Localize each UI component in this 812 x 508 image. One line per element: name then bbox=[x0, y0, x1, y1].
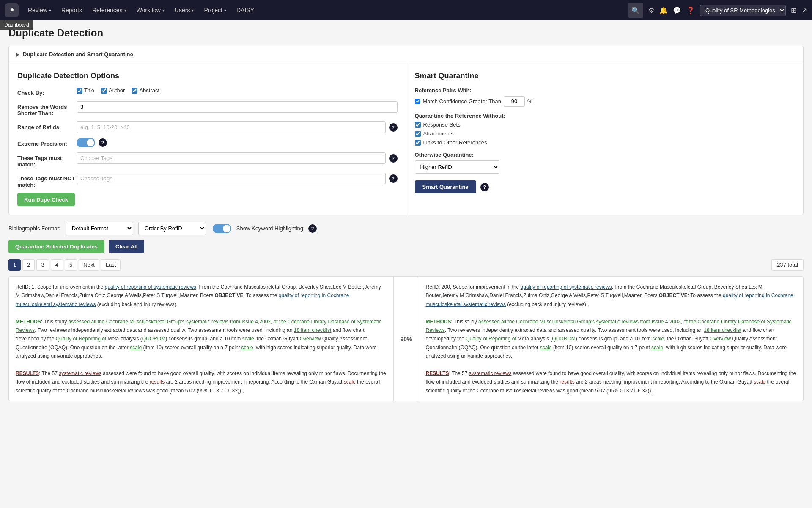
checkbox-abstract[interactable] bbox=[132, 88, 137, 94]
extreme-precision-label: Extreme Precision: bbox=[17, 138, 77, 147]
check-abstract[interactable]: Abstract bbox=[132, 87, 159, 94]
quarantine-selected-button[interactable]: Quarantine Selected Duplicates bbox=[8, 240, 104, 253]
tags-not-match-input[interactable] bbox=[77, 173, 386, 184]
smart-quarantine-help-icon[interactable]: ? bbox=[480, 183, 489, 191]
accordion-header[interactable]: ▶ Duplicate Detection and Smart Quaranti… bbox=[9, 46, 803, 63]
total-badge: 237 total bbox=[771, 259, 804, 271]
help-icon[interactable]: ❓ bbox=[686, 6, 695, 14]
keyword-help-icon[interactable]: ? bbox=[308, 224, 317, 233]
result-right: RefID: 200, Scope for improvement in the… bbox=[419, 277, 804, 401]
format-select[interactable]: Default Format bbox=[66, 222, 133, 235]
tags-match-label: These Tags must match: bbox=[17, 152, 77, 168]
checkbox-title[interactable] bbox=[77, 88, 82, 94]
check-by-group: Title Author Abstract bbox=[77, 87, 398, 94]
check-links[interactable]: Links to Other References bbox=[415, 139, 795, 146]
right-panel-title: Smart Quarantine bbox=[415, 72, 795, 80]
range-refids-control: ? bbox=[77, 121, 398, 133]
otherwise-select[interactable]: Higher RefID Lower RefID bbox=[415, 160, 499, 174]
references-caret: ▾ bbox=[124, 8, 126, 13]
page-3-button[interactable]: 3 bbox=[36, 259, 49, 271]
check-attachments[interactable]: Attachments bbox=[415, 130, 795, 137]
ref-pairs-row: Reference Pairs With: Match Confidence G… bbox=[415, 87, 795, 107]
checkbox-attachments[interactable] bbox=[415, 131, 421, 137]
layout-icon[interactable]: ⊞ bbox=[791, 6, 796, 14]
workflow-caret: ▾ bbox=[162, 8, 165, 13]
page-4-button[interactable]: 4 bbox=[51, 259, 63, 271]
nav-users[interactable]: Users ▾ bbox=[170, 4, 198, 16]
action-row: Quarantine Selected Duplicates Clear All bbox=[8, 240, 804, 253]
otherwise-label: Otherwise Quarantine: bbox=[415, 152, 795, 158]
right-panel: Smart Quarantine Reference Pairs With: M… bbox=[406, 63, 804, 215]
check-response-sets[interactable]: Response Sets bbox=[415, 121, 795, 128]
remove-words-control bbox=[77, 101, 398, 113]
checkbox-response-sets[interactable] bbox=[415, 122, 421, 128]
dashboard-tooltip: Dashboard bbox=[0, 20, 33, 30]
pagination: 1 2 3 4 5 Next Last bbox=[8, 259, 121, 271]
keyword-highlight-toggle[interactable] bbox=[213, 224, 231, 233]
confidence-row: Match Confidence Greater Than % bbox=[415, 96, 795, 107]
extreme-precision-toggle[interactable] bbox=[77, 138, 95, 147]
app-logo[interactable]: ✦ bbox=[5, 3, 19, 17]
page-next-button[interactable]: Next bbox=[79, 259, 99, 271]
accordion-section: ▶ Duplicate Detection and Smart Quaranti… bbox=[8, 46, 804, 215]
quarantine-without-row: Quarantine the Reference Without: Respon… bbox=[415, 113, 795, 146]
page-2-button[interactable]: 2 bbox=[22, 259, 35, 271]
settings-icon[interactable]: ⚙ bbox=[648, 6, 654, 14]
messages-icon[interactable]: 💬 bbox=[673, 6, 681, 14]
right-ref-text: RefID: 200, Scope for improvement in the… bbox=[426, 283, 797, 395]
page-1-button[interactable]: 1 bbox=[8, 259, 21, 271]
nav-daisy[interactable]: DAISY bbox=[232, 4, 258, 16]
format-label: Bibliographic Format: bbox=[8, 225, 60, 232]
tags-not-match-label: These Tags must NOT match: bbox=[17, 173, 77, 188]
tags-match-help-icon[interactable]: ? bbox=[389, 154, 398, 163]
confidence-checkbox[interactable] bbox=[415, 99, 420, 104]
run-dupe-check-button[interactable]: Run Dupe Check bbox=[17, 193, 75, 206]
smart-quarantine-button[interactable]: Smart Quarantine bbox=[415, 180, 476, 193]
page-5-button[interactable]: 5 bbox=[65, 259, 77, 271]
order-select[interactable]: Order By RefID bbox=[138, 222, 206, 235]
clear-all-button[interactable]: Clear All bbox=[109, 240, 144, 253]
check-title[interactable]: Title bbox=[77, 87, 94, 94]
accordion-chevron: ▶ bbox=[16, 52, 19, 58]
nav-project[interactable]: Project ▾ bbox=[200, 4, 230, 16]
smart-quarantine-row: Smart Quarantine ? bbox=[415, 180, 795, 193]
confidence-unit: % bbox=[527, 98, 532, 105]
range-refids-label: Range of Refids: bbox=[17, 121, 77, 130]
range-refids-input[interactable] bbox=[77, 121, 386, 133]
nav-references[interactable]: References ▾ bbox=[88, 4, 131, 16]
extreme-help-icon[interactable]: ? bbox=[99, 138, 107, 147]
checkbox-author[interactable] bbox=[101, 88, 107, 94]
pagination-row: 1 2 3 4 5 Next Last 237 total bbox=[8, 259, 804, 271]
confidence-input[interactable] bbox=[504, 96, 525, 107]
left-ref-text: RefID: 1, Scope for improvement in the q… bbox=[16, 283, 387, 395]
tags-match-input[interactable] bbox=[77, 152, 386, 164]
nav-review[interactable]: Review ▾ bbox=[24, 4, 55, 16]
project-selector[interactable]: Quality of SR Methodologies bbox=[700, 5, 786, 16]
tags-not-match-help-icon[interactable]: ? bbox=[389, 174, 398, 183]
page-title: Duplicate Detection bbox=[8, 27, 804, 39]
keyword-label: Show Keyword Highlighting bbox=[236, 225, 303, 232]
page-content: Duplicate Detection ▶ Duplicate Detectio… bbox=[0, 20, 812, 408]
confidence-label: Match Confidence Greater Than bbox=[423, 98, 501, 105]
tags-not-match-row: These Tags must NOT match: ? bbox=[17, 173, 398, 188]
toolbar-row: Bibliographic Format: Default Format Ord… bbox=[8, 222, 804, 235]
review-caret: ▾ bbox=[49, 8, 51, 13]
remove-words-label: Remove the Words Shorter Than: bbox=[17, 101, 77, 116]
check-by-row: Check By: Title Author Abstract bbox=[17, 87, 398, 96]
left-panel: Duplicate Detection Options Check By: Ti… bbox=[9, 63, 406, 215]
range-help-icon[interactable]: ? bbox=[389, 123, 398, 132]
notifications-icon[interactable]: 🔔 bbox=[659, 6, 668, 14]
remove-words-input[interactable] bbox=[77, 101, 398, 113]
nav-workflow[interactable]: Workflow ▾ bbox=[132, 4, 169, 16]
nav-reports[interactable]: Reports bbox=[57, 4, 86, 16]
range-refids-row: Range of Refids: ? bbox=[17, 121, 398, 133]
check-author[interactable]: Author bbox=[101, 87, 125, 94]
search-button[interactable]: 🔍 bbox=[628, 3, 643, 18]
accordion-title: Duplicate Detection and Smart Quarantine bbox=[23, 51, 133, 58]
top-navigation: ✦ Review ▾ Reports References ▾ Workflow… bbox=[0, 0, 812, 20]
toggle-slider-kw bbox=[213, 224, 231, 233]
checkbox-links[interactable] bbox=[415, 140, 421, 146]
external-link-icon[interactable]: ↗ bbox=[801, 6, 807, 14]
tags-match-row: These Tags must match: ? bbox=[17, 152, 398, 168]
page-last-button[interactable]: Last bbox=[101, 259, 121, 271]
